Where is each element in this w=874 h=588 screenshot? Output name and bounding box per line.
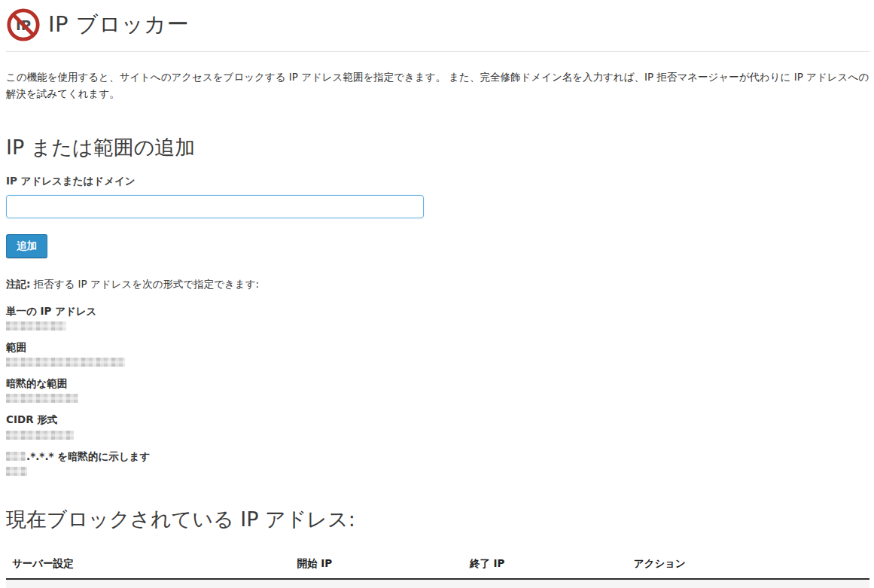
list-item: 単一の IP アドレス xyxy=(6,303,869,335)
redacted-ip-value xyxy=(6,394,78,403)
no-ip-icon: IP xyxy=(6,8,41,42)
redacted-ip-value xyxy=(6,467,27,476)
list-item: 範囲 xyxy=(6,340,869,371)
format-label-cidr: CIDR 形式 xyxy=(6,412,869,427)
add-ip-form: IP アドレスまたはドメイン 追加 xyxy=(6,175,869,258)
ip-format-list: 単一の IP アドレス 範囲 暗黙的な範囲 CIDR 形式 .*.*.* を暗黙… xyxy=(6,303,869,480)
column-header-end-ip: 終了 IP xyxy=(464,551,628,579)
redacted-ip-value xyxy=(6,358,125,367)
format-label-range: 範囲 xyxy=(6,340,869,355)
page-title: IP ブロッカー xyxy=(48,10,189,40)
add-ip-section-heading: IP または範囲の追加 xyxy=(6,134,869,161)
format-label-single-ip: 単一の IP アドレス xyxy=(6,303,869,318)
redacted-ip-prefix xyxy=(6,452,26,461)
blocked-ips-table: サーバー設定 開始 IP 終了 IP アクション ブロックされている IP はあ… xyxy=(6,551,869,588)
column-header-server-config: サーバー設定 xyxy=(6,551,291,579)
page-description: この機能を使用すると、サイトへのアクセスをブロックする IP アドレス範囲を指定… xyxy=(6,69,869,102)
format-label-implies: .*.*.* を暗黙的に示します xyxy=(6,449,869,464)
redacted-ip-value xyxy=(6,321,66,331)
table-header-row: サーバー設定 開始 IP 終了 IP アクション xyxy=(6,551,869,579)
formats-note: 注記: 拒否する IP アドレスを次の形式で指定できます: xyxy=(6,278,869,291)
list-item: CIDR 形式 xyxy=(6,412,869,443)
note-prefix: 注記: xyxy=(6,278,30,290)
note-text: 拒否する IP アドレスを次の形式で指定できます: xyxy=(30,278,259,290)
column-header-start-ip: 開始 IP xyxy=(291,551,464,579)
column-header-action: アクション xyxy=(628,551,869,579)
redacted-ip-value xyxy=(6,431,74,440)
empty-table-message: ブロックされている IP はありません。 xyxy=(6,579,869,588)
ip-field-label: IP アドレスまたはドメイン xyxy=(6,175,869,188)
add-button[interactable]: 追加 xyxy=(6,234,47,258)
list-item: 暗黙的な範囲 xyxy=(6,376,869,407)
ip-address-input[interactable] xyxy=(6,195,424,218)
format-label-implied-range: 暗黙的な範囲 xyxy=(6,376,869,391)
table-row: ブロックされている IP はありません。 xyxy=(6,579,869,588)
blocked-ips-heading: 現在ブロックされている IP アドレス: xyxy=(6,506,869,533)
page-header: IP IP ブロッカー xyxy=(6,6,869,52)
list-item: .*.*.* を暗黙的に示します xyxy=(6,449,869,480)
